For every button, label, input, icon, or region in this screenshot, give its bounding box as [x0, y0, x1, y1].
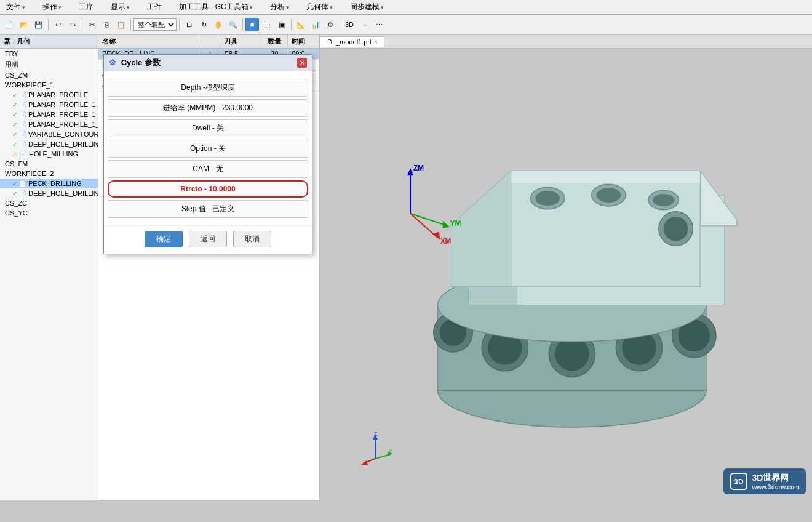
viewport-tab-bar: 🗋 _model1.prt × [320, 35, 812, 49]
tb-extra-btn[interactable]: ⋯ [372, 18, 386, 31]
brand-logo-icon: 3D [730, 472, 748, 491]
tree-item-2[interactable]: CS_ZM [0, 70, 98, 80]
tree-node-icon-9: 📄 [19, 141, 26, 148]
model-area: ZM YM XM [320, 49, 812, 500]
menu-item-process[interactable]: 工序 [75, 1, 97, 14]
param-row-2[interactable]: Dwell - 关 [108, 119, 308, 137]
menu-sync-label: 同步建模 [350, 2, 380, 12]
tree-item-label-4: PLANAR_PROFILE [28, 91, 88, 98]
tb-wire-btn[interactable]: ⬚ [260, 18, 274, 31]
tree-node-icon-4: 📄 [19, 92, 26, 98]
tree-item-6[interactable]: ✓📄PLANAR_PROFILE_1_C [0, 110, 98, 119]
tree-item-7[interactable]: ✓📄PLANAR_PROFILE_1_C [0, 119, 98, 129]
menu-process-label: 工序 [79, 2, 94, 12]
tb-measure-btn[interactable]: 📐 [294, 18, 308, 31]
tree-item-label-9: DEEP_HOLE_DRILLING [28, 140, 98, 148]
dialog-close-button[interactable]: ✕ [297, 58, 307, 68]
tb-3d-btn[interactable]: 3D [343, 18, 356, 31]
check-icon-4: ✓ [12, 92, 17, 98]
viewport: 🗋 _model1.prt × [320, 35, 812, 500]
tree-item-0[interactable]: TRY [0, 49, 98, 58]
tree-item-10[interactable]: ⚠📄HOLE_MILLING [0, 149, 98, 159]
menu-tools-label: 加工工具 - GC工具箱 [179, 2, 249, 12]
menu-item-operate[interactable]: 操作 ▾ [39, 1, 65, 14]
tree-item-label-16: CS_YC [5, 209, 28, 217]
tree-item-label-7: PLANAR_PROFILE_1_C [28, 121, 98, 128]
dialog-title-icon: ⚙ [109, 58, 116, 67]
tb-view-zoom-btn[interactable]: 🔍 [226, 18, 240, 31]
tb-paste-btn[interactable]: 📋 [114, 18, 128, 31]
svg-text:Z: Z [374, 431, 378, 437]
tb-open-btn[interactable]: 📂 [17, 18, 31, 31]
tree-item-8[interactable]: ✓📄VARIABLE_CONTOUR [0, 129, 98, 139]
menu-analysis-label: 分析 [270, 2, 285, 12]
param-row-0[interactable]: Depth -模型深度 [108, 79, 308, 97]
param-row-4[interactable]: CAM - 无 [108, 160, 308, 178]
tree-item-label-5: PLANAR_PROFILE_1 [28, 101, 95, 108]
tb-shading-btn[interactable]: ■ [245, 18, 259, 31]
param-row-3[interactable]: Option - 关 [108, 140, 308, 158]
check-icon-9: ✓ [12, 141, 17, 148]
tree-item-14[interactable]: ✓📄DEEP_HOLE_DRILLING_1 [0, 188, 98, 198]
dialog-ok-button[interactable]: 确定 [145, 231, 183, 247]
tree-item-13[interactable]: ✓📄PECK_DRILLING [0, 179, 98, 188]
col-header-name: 名称 [98, 35, 199, 48]
tb-save-btn[interactable]: 💾 [32, 18, 46, 31]
tb-arrow-btn[interactable]: → [357, 18, 371, 31]
dialog-buttons: 确定 返回 取消 [104, 225, 312, 254]
menu-arrow-icon: ▾ [22, 4, 25, 10]
menu-item-tools[interactable]: 加工工具 - GC工具箱 ▾ [175, 1, 257, 14]
tree-node-icon-14: 📄 [19, 190, 26, 197]
param-row-5[interactable]: Rtrcto - 10.0000 [108, 180, 308, 198]
param-row-6[interactable]: Step 值 - 已定义 [108, 200, 308, 218]
tb-sep-3 [130, 18, 131, 31]
tree-item-9[interactable]: ✓📄DEEP_HOLE_DRILLING [0, 139, 98, 149]
assembly-select[interactable]: 整个装配 [133, 18, 177, 31]
menu-item-sync[interactable]: 同步建模 ▾ [346, 1, 388, 14]
tb-undo-btn[interactable]: ↩ [51, 18, 65, 31]
tree-item-label-14: DEEP_HOLE_DRILLING_1 [28, 190, 98, 197]
tb-cut-btn[interactable]: ✂ [85, 18, 98, 31]
tb-redo-btn[interactable]: ↪ [66, 18, 79, 31]
svg-text:XM: XM [440, 237, 452, 246]
tb-new-btn[interactable]: 📄 [2, 18, 16, 31]
menu-item-geometry[interactable]: 几何体 ▾ [303, 1, 336, 14]
svg-marker-29 [511, 171, 700, 183]
tb-report-btn[interactable]: 📊 [309, 18, 322, 31]
tb-view-pan-btn[interactable]: ✋ [212, 18, 225, 31]
menu-item-file[interactable]: 文件 ▾ [2, 1, 29, 14]
tb-copy-btn[interactable]: ⎘ [100, 18, 113, 31]
tree-item-4[interactable]: ✓📄PLANAR_PROFILE [0, 90, 98, 100]
menu-operate-arrow: ▾ [58, 4, 62, 10]
tree-item-12[interactable]: WORKPIECE_2 [0, 169, 98, 179]
menu-item-display[interactable]: 显示 ▾ [107, 1, 133, 14]
tb-settings-btn[interactable]: ⚙ [324, 18, 337, 31]
tb-hidden-btn[interactable]: ▣ [275, 18, 289, 31]
dialog-title-text: Cycle 参数 [121, 58, 161, 67]
tree-item-1[interactable]: 用项 [0, 58, 98, 70]
dialog-title-bar[interactable]: ⚙ Cycle 参数 ✕ [104, 55, 312, 71]
tb-sep-7 [340, 18, 340, 31]
tree-node-icon-13: 📄 [19, 180, 26, 187]
menu-item-workpiece[interactable]: 工件 [143, 1, 165, 14]
dialog-cancel-button[interactable]: 取消 [233, 231, 271, 247]
brand-watermark: 3D 3D世界网 www.3dcrw.com [723, 468, 806, 494]
tree-item-3[interactable]: WORKPIECE_1 [0, 80, 98, 90]
tree-item-5[interactable]: ✓📄PLANAR_PROFILE_1 [0, 100, 98, 110]
tree-item-16[interactable]: CS_YC [0, 208, 98, 218]
tree-item-11[interactable]: CS_FM [0, 159, 98, 169]
menu-item-analysis[interactable]: 分析 ▾ [266, 1, 293, 14]
tree-item-15[interactable]: CS_ZC [0, 198, 98, 208]
toolbar-row-1: 📄 📂 💾 ↩ ↪ ✂ ⎘ 📋 整个装配 ⊡ ↻ ✋ 🔍 ■ ⬚ ▣ 📐 📊 ⚙… [0, 15, 812, 34]
tb-sep-2 [82, 18, 82, 31]
svg-text:ZM: ZM [413, 164, 424, 172]
tb-view-fit-btn[interactable]: ⊡ [182, 18, 196, 31]
dialog-back-button[interactable]: 返回 [189, 231, 227, 247]
tb-sep-1 [48, 18, 49, 31]
param-row-1[interactable]: 进给率 (MMPM) - 230.0000 [108, 99, 308, 117]
menu-tools-arrow: ▾ [250, 4, 253, 10]
viewport-tab-model[interactable]: 🗋 _model1.prt × [320, 36, 384, 47]
tab-close-icon[interactable]: × [374, 39, 378, 46]
tab-icon: 🗋 [327, 38, 333, 46]
tb-view-rotate-btn[interactable]: ↻ [197, 18, 210, 31]
